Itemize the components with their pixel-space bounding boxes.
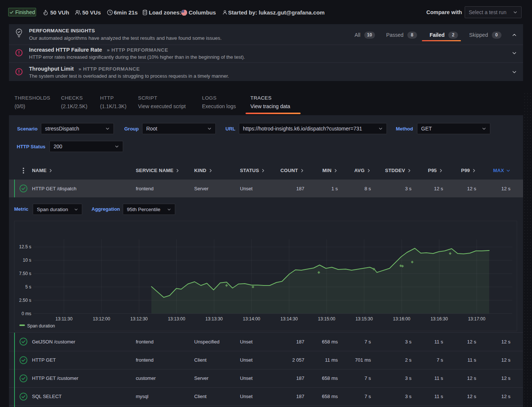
svg-text:2.50 s: 2.50 s — [19, 298, 31, 303]
svg-text:13:17:00: 13:17:00 — [468, 316, 485, 322]
svg-text:13:15:30: 13:15:30 — [355, 316, 373, 322]
svg-text:13:12:00: 13:12:00 — [93, 316, 110, 322]
svg-text:13:16:00: 13:16:00 — [393, 316, 410, 322]
svg-text:13:16:30: 13:16:30 — [430, 316, 448, 322]
svg-text:5 s: 5 s — [25, 284, 31, 290]
svg-text:13:13:30: 13:13:30 — [205, 316, 223, 322]
svg-text:13:14:30: 13:14:30 — [281, 316, 298, 322]
svg-text:13:13:00: 13:13:00 — [168, 316, 185, 322]
svg-text:13:15:00: 13:15:00 — [318, 316, 336, 322]
svg-text:7.50 s: 7.50 s — [19, 271, 31, 276]
svg-text:12.5 s: 12.5 s — [19, 244, 31, 249]
svg-text:13:12:30: 13:12:30 — [130, 316, 148, 322]
svg-text:13:11:30: 13:11:30 — [55, 316, 73, 322]
svg-text:13:14:00: 13:14:00 — [243, 316, 260, 322]
svg-text:Span duration: Span duration — [27, 323, 55, 329]
svg-text:10 s: 10 s — [23, 258, 31, 263]
svg-text:0 ms: 0 ms — [22, 311, 31, 316]
